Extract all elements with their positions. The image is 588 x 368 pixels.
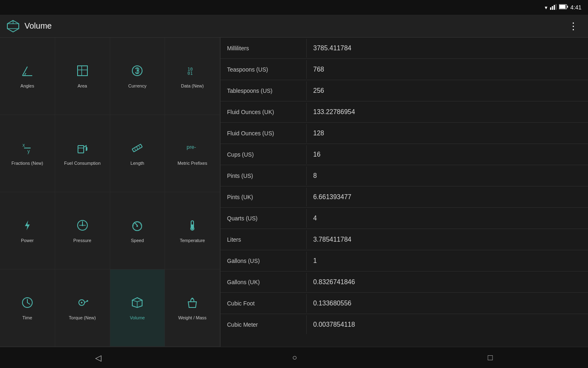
sidebar-item-data[interactable]: 10 01 Data (New): [165, 38, 220, 115]
conversion-label: Pints (US): [220, 167, 306, 185]
svg-line-27: [139, 146, 140, 147]
svg-text:pre-: pre-: [187, 144, 196, 150]
torque-icon: [76, 296, 89, 312]
volume-icon: [131, 296, 144, 312]
sidebar-item-volume[interactable]: Volume: [110, 269, 165, 347]
conversion-label: Gallons (US): [220, 252, 306, 270]
status-bar: ▾ 4:41: [0, 0, 588, 15]
fuel-icon: [76, 141, 89, 157]
status-time: 4:41: [570, 4, 581, 11]
time-icon: [21, 296, 34, 312]
svg-line-44: [27, 303, 30, 304]
conversion-value: 1: [306, 251, 588, 270]
back-button[interactable]: ◁: [82, 350, 114, 366]
angles-icon: [21, 64, 34, 80]
table-row[interactable]: Gallons (US)1: [220, 250, 588, 272]
conversion-value: 0.133680556: [306, 294, 588, 313]
conversion-value: 768: [306, 60, 588, 79]
conversion-value: 8: [306, 166, 588, 185]
sidebar-item-fuel[interactable]: Fuel Consumption: [55, 115, 110, 192]
status-icons: ▾ 4:41: [545, 4, 581, 11]
table-row[interactable]: Liters3.785411784: [220, 229, 588, 250]
pressure-icon: [76, 219, 89, 235]
conversion-label: Tablespoons (US): [220, 82, 306, 100]
svg-point-48: [87, 300, 88, 302]
sidebar-item-area[interactable]: Area: [55, 38, 110, 115]
conversion-label: Quarts (US): [220, 209, 306, 227]
sidebar-item-speed[interactable]: Speed: [110, 192, 165, 269]
area-icon: [76, 64, 89, 80]
sidebar-item-power[interactable]: Power: [0, 192, 55, 269]
angles-label: Angles: [20, 83, 34, 88]
svg-rect-22: [78, 146, 84, 153]
table-row[interactable]: Pints (UK)6.661393477: [220, 186, 588, 208]
fuel-label: Fuel Consumption: [64, 161, 100, 166]
length-label: Length: [131, 161, 145, 166]
fractions-icon: x y: [21, 141, 34, 157]
time-label: Time: [22, 315, 32, 320]
fractions-label: Fractions (New): [11, 161, 43, 166]
sidebar-item-pressure[interactable]: Pressure: [55, 192, 110, 269]
sidebar-item-time[interactable]: Time: [0, 269, 55, 347]
temperature-label: Temperature: [180, 238, 205, 243]
svg-point-52: [192, 298, 193, 299]
conversion-label: Cups (US): [220, 146, 306, 164]
sidebar-item-fractions[interactable]: x y Fractions (New): [0, 115, 55, 192]
sidebar-item-metric[interactable]: pre- Metric Prefixes: [165, 115, 220, 192]
table-row[interactable]: Quarts (US)4: [220, 208, 588, 229]
recent-button[interactable]: □: [474, 350, 506, 366]
table-row[interactable]: Teaspoons (US)768: [220, 59, 588, 80]
table-row[interactable]: Cups (US)16: [220, 144, 588, 165]
conversion-label: Cubic Foot: [220, 294, 306, 312]
conversion-value: 0.0037854118: [306, 315, 588, 334]
sidebar-item-weight[interactable]: Weight / Mass: [165, 269, 220, 347]
conversion-value: 3.785411784: [306, 230, 588, 249]
table-row[interactable]: Tablespoons (US)256: [220, 80, 588, 101]
menu-button[interactable]: ⋮: [565, 17, 581, 35]
conversion-label: Teaspoons (US): [220, 61, 306, 79]
home-button[interactable]: ○: [279, 350, 310, 366]
table-row[interactable]: Fluid Ounces (US)128: [220, 123, 588, 144]
app-logo: [7, 20, 20, 33]
metric-icon: pre-: [186, 141, 199, 157]
temperature-icon: [186, 219, 199, 235]
svg-rect-2: [554, 5, 555, 10]
sidebar-item-temperature[interactable]: Temperature: [165, 192, 220, 269]
conversion-value: 256: [306, 81, 588, 100]
signal-icon: [550, 4, 557, 11]
svg-marker-50: [132, 298, 142, 302]
metric-label: Metric Prefixes: [178, 161, 207, 166]
sidebar-item-angles[interactable]: Angles: [0, 38, 55, 115]
svg-rect-0: [550, 7, 551, 10]
battery-icon: [559, 4, 568, 11]
table-row[interactable]: Gallons (UK)0.8326741846: [220, 272, 588, 293]
currency-label: Currency: [128, 83, 147, 88]
sidebar-item-currency[interactable]: Currency: [110, 38, 165, 115]
svg-rect-6: [567, 6, 568, 8]
conversion-label: Cubic Meter: [220, 316, 306, 334]
table-row[interactable]: Pints (US)8: [220, 165, 588, 186]
conversion-label: Fluid Ounces (US): [220, 124, 306, 142]
torque-label: Torque (New): [69, 315, 96, 320]
svg-rect-13: [78, 66, 87, 76]
svg-rect-5: [559, 5, 566, 9]
conversion-value: 6.661393477: [306, 188, 588, 206]
svg-text:y: y: [27, 148, 30, 154]
conversion-value: 3785.411784: [306, 39, 588, 58]
speed-label: Speed: [131, 238, 144, 243]
svg-rect-3: [555, 4, 557, 10]
speed-icon: [131, 219, 144, 235]
table-row[interactable]: Cubic Meter0.0037854118: [220, 314, 588, 335]
conversion-label: Liters: [220, 231, 306, 249]
sidebar-item-length[interactable]: Length: [110, 115, 165, 192]
svg-text:01: 01: [187, 71, 193, 76]
svg-point-46: [81, 302, 82, 303]
svg-point-41: [192, 227, 194, 229]
table-row[interactable]: Cubic Foot0.133680556: [220, 293, 588, 314]
sidebar-item-torque[interactable]: Torque (New): [55, 269, 110, 347]
table-row[interactable]: Milliliters3785.411784: [220, 38, 588, 59]
table-row[interactable]: Fluid Ounces (UK)133.22786954: [220, 101, 588, 123]
results-panel[interactable]: Milliliters3785.411784Teaspoons (US)768T…: [220, 38, 588, 347]
currency-icon: [131, 64, 144, 80]
svg-line-26: [136, 146, 138, 149]
